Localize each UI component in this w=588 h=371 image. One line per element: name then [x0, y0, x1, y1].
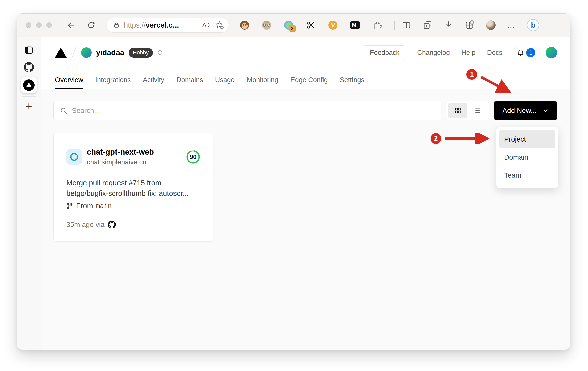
- commit-line-1: Merge pull request #715 from: [66, 178, 200, 188]
- add-new-button[interactable]: Add New...: [494, 101, 557, 120]
- vercel-triangle-icon: [23, 79, 35, 91]
- toolbar-right-icons: … b: [402, 19, 539, 31]
- scissors-extension-icon[interactable]: [306, 20, 316, 30]
- back-button[interactable]: [66, 20, 77, 31]
- chevron-updown-icon: [157, 49, 163, 56]
- vercel-logo-icon[interactable]: [55, 48, 67, 58]
- list-view-button[interactable]: [467, 103, 487, 118]
- sidebar-panel-toggle-icon[interactable]: [23, 44, 34, 56]
- breadcrumb-slash: [72, 47, 76, 58]
- lighthouse-score-ring: 90: [186, 150, 200, 164]
- feedback-button[interactable]: Feedback: [364, 45, 406, 60]
- project-name[interactable]: chat-gpt-next-web: [87, 148, 154, 157]
- persona-extension-icon[interactable]: [262, 20, 271, 30]
- svg-text:A: A: [202, 21, 207, 29]
- search-input[interactable]: [72, 107, 435, 115]
- sidebar-add-icon[interactable]: +: [23, 101, 34, 112]
- commit-message: Merge pull request #715 from betgo/bugfi…: [66, 178, 200, 199]
- extensions-puzzle-icon[interactable]: [372, 20, 382, 30]
- commit-line-2: betgo/bugfix-scrollthumb fix: autoscr...: [66, 188, 200, 199]
- help-link[interactable]: Help: [461, 49, 476, 57]
- annotation-step-1: 1: [466, 69, 477, 80]
- grid-view-icon: [454, 107, 461, 114]
- deploy-meta: 35m ago via: [66, 221, 200, 229]
- branch-name: main: [96, 202, 112, 210]
- reload-icon: [87, 21, 95, 29]
- deploy-time: 35m ago via: [66, 221, 105, 229]
- extensions-strip: 2 V M↓: [240, 20, 382, 30]
- tab-usage[interactable]: Usage: [215, 76, 235, 89]
- add-new-label: Add New...: [502, 107, 536, 115]
- monkey-extension-icon[interactable]: [240, 20, 249, 30]
- close-window-button[interactable]: [26, 22, 31, 28]
- notification-count-badge: 1: [526, 48, 535, 57]
- git-branch-icon: [66, 203, 73, 209]
- add-new-dropdown: Project Domain Team: [496, 127, 558, 188]
- downloads-icon[interactable]: [444, 20, 453, 30]
- markdown-extension-icon[interactable]: M↓: [350, 20, 360, 30]
- back-arrow-icon: [67, 21, 75, 29]
- vercel-dashboard: yidadaa Hobby Feedback Changelog Help Do…: [41, 37, 570, 350]
- branch-row: From main: [66, 202, 200, 210]
- team-name: yidadaa: [96, 48, 124, 57]
- account-avatar[interactable]: [546, 47, 557, 58]
- project-domain[interactable]: chat.simplenaive.cn: [87, 158, 154, 166]
- github-sidebar-icon[interactable]: [23, 62, 34, 73]
- address-bar[interactable]: https://vercel.c... A: [107, 18, 229, 32]
- grid-view-button[interactable]: [448, 103, 467, 118]
- url-scheme: https://: [124, 21, 146, 29]
- plan-badge: Hobby: [129, 48, 153, 58]
- more-menu-icon[interactable]: …: [507, 21, 515, 29]
- tab-overview[interactable]: Overview: [55, 76, 83, 89]
- tab-edge-config[interactable]: Edge Config: [290, 76, 328, 89]
- extension-count-badge: 2: [289, 25, 296, 32]
- vercel-sidebar-icon[interactable]: [21, 77, 37, 93]
- score-value: 90: [186, 150, 200, 164]
- sidebar-divider: [22, 96, 36, 97]
- view-toggle: [446, 101, 489, 120]
- tab-domains[interactable]: Domains: [176, 76, 203, 89]
- minimize-window-button[interactable]: [36, 22, 42, 28]
- notifications-button[interactable]: 1: [513, 46, 538, 59]
- annotation-step-2: 2: [431, 133, 441, 144]
- annotation-arrow-1: [479, 75, 516, 99]
- zoom-window-button[interactable]: [46, 22, 52, 28]
- chevron-down-icon: [543, 108, 549, 114]
- reload-button[interactable]: [86, 20, 97, 31]
- team-avatar[interactable]: [81, 47, 92, 58]
- project-card[interactable]: chat-gpt-next-web chat.simplenaive.cn 90…: [53, 133, 213, 242]
- collections-icon[interactable]: [423, 20, 432, 30]
- project-search[interactable]: [53, 101, 441, 120]
- tab-monitoring[interactable]: Monitoring: [247, 76, 278, 89]
- docs-link[interactable]: Docs: [487, 49, 502, 57]
- tab-activity[interactable]: Activity: [143, 76, 164, 89]
- bell-icon: [517, 49, 525, 57]
- split-screen-icon[interactable]: [402, 20, 411, 30]
- tab-integrations[interactable]: Integrations: [95, 76, 131, 89]
- edge-sidebar: +: [17, 37, 41, 350]
- window-controls: [26, 22, 52, 28]
- overview-content: Add New... chat-gpt-next-web chat.simple…: [41, 89, 570, 350]
- bing-chat-icon[interactable]: b: [527, 19, 539, 31]
- dropdown-item-domain[interactable]: Domain: [499, 148, 555, 166]
- search-icon: [60, 107, 67, 114]
- add-favorite-star-icon[interactable]: [215, 21, 224, 30]
- list-view-icon: [474, 107, 481, 114]
- read-aloud-icon[interactable]: A: [202, 21, 211, 29]
- openai-project-icon: [66, 149, 82, 165]
- annotation-arrow-2: [444, 133, 493, 144]
- browser-profile-avatar[interactable]: [486, 20, 496, 30]
- dropdown-item-team[interactable]: Team: [499, 166, 555, 184]
- team-switcher-button[interactable]: [157, 49, 163, 56]
- tab-settings[interactable]: Settings: [340, 76, 364, 89]
- v-extension-icon[interactable]: V: [328, 20, 338, 30]
- lock-icon: [113, 22, 120, 28]
- workspaces-icon[interactable]: [465, 20, 475, 30]
- browser-window: https://vercel.c... A 2 V M↓ … b: [17, 13, 570, 350]
- proxy-extension-icon[interactable]: 2: [284, 20, 293, 30]
- url-text: https://vercel.c...: [124, 21, 198, 29]
- browser-toolbar: https://vercel.c... A 2 V M↓ … b: [17, 14, 570, 37]
- github-icon: [108, 221, 116, 229]
- dropdown-item-project[interactable]: Project: [499, 130, 555, 148]
- changelog-link[interactable]: Changelog: [417, 49, 450, 57]
